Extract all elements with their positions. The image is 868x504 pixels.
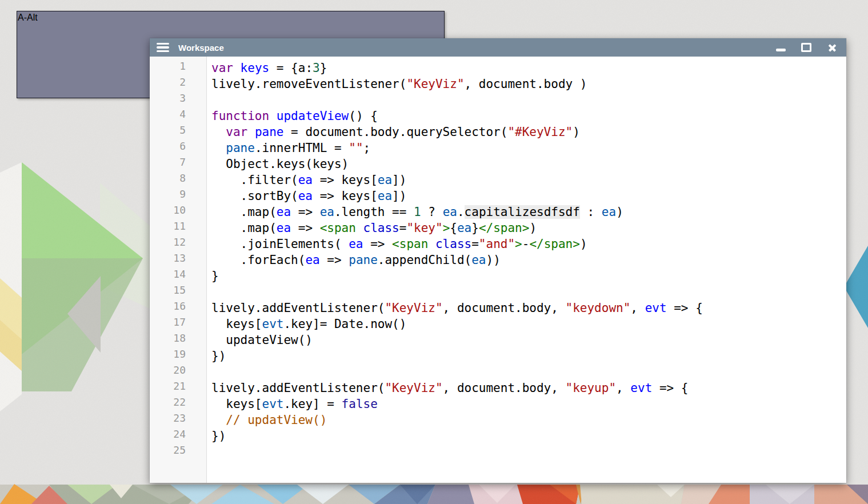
code-line[interactable]: var keys = {a:3}	[211, 60, 846, 76]
alt-window-title: A-Alt	[17, 11, 444, 24]
code-line[interactable]: keys[evt.key] = false	[211, 396, 846, 412]
line-number: 15	[150, 284, 206, 300]
workspace-window: Workspace 123456789101112131415161718192…	[150, 38, 846, 483]
close-icon	[827, 43, 837, 52]
line-number: 6	[150, 140, 206, 156]
line-number: 17	[150, 316, 206, 332]
code-line[interactable]: })	[211, 348, 846, 364]
line-number: 14	[150, 268, 206, 284]
line-number: 11	[150, 220, 206, 236]
line-number: 23	[150, 412, 206, 428]
code-line[interactable]: }	[211, 268, 846, 284]
line-number: 5	[150, 124, 206, 140]
maximize-icon	[801, 43, 811, 52]
code-editor[interactable]: 1234567891011121314151617181920212223242…	[150, 57, 846, 483]
line-number: 8	[150, 172, 206, 188]
minimize-button[interactable]	[775, 43, 786, 52]
line-number: 22	[150, 396, 206, 412]
maximize-button[interactable]	[801, 43, 811, 52]
code-line[interactable]: .sortBy(ea => keys[ea])	[211, 188, 846, 204]
code-line[interactable]: function updateView() {	[211, 108, 846, 124]
line-number: 7	[150, 156, 206, 172]
line-number: 18	[150, 332, 206, 348]
line-number: 12	[150, 236, 206, 252]
code-lines[interactable]: var keys = {a:3}lively.removeEventListen…	[207, 57, 846, 483]
line-number: 21	[150, 380, 206, 396]
line-number: 13	[150, 252, 206, 268]
close-button[interactable]	[827, 43, 837, 52]
line-number: 16	[150, 300, 206, 316]
code-line[interactable]: .map(ea => <span class="key">{ea}</span>…	[211, 220, 846, 236]
code-line[interactable]: lively.addEventListener("KeyViz", docume…	[211, 380, 846, 396]
desktop: A-Alt Workspace 123456789101112131415161…	[0, 0, 868, 504]
code-line[interactable]: var pane = document.body.querySelector("…	[211, 124, 846, 140]
line-number: 9	[150, 188, 206, 204]
line-number: 10	[150, 204, 206, 220]
code-line[interactable]	[211, 92, 846, 108]
gutter: 1234567891011121314151617181920212223242…	[150, 57, 207, 483]
line-number: 20	[150, 364, 206, 380]
code-line[interactable]: lively.removeEventListener("KeyViz", doc…	[211, 76, 846, 92]
code-line[interactable]: })	[211, 428, 846, 444]
line-number: 24	[150, 428, 206, 444]
code-line[interactable]: .joinElements( ea => <span class="and">-…	[211, 236, 846, 252]
code-line[interactable]: updateView()	[211, 332, 846, 348]
code-line[interactable]: .map(ea => ea.length == 1 ? ea.capitaliz…	[211, 204, 846, 220]
menu-icon[interactable]	[157, 43, 169, 52]
window-controls	[775, 43, 846, 52]
code-line[interactable]: pane.innerHTML = "";	[211, 140, 846, 156]
window-title: Workspace	[178, 43, 775, 53]
code-line[interactable]: lively.addEventListener("KeyViz", docume…	[211, 300, 846, 316]
titlebar[interactable]: Workspace	[150, 38, 846, 57]
line-number: 25	[150, 444, 206, 460]
line-number: 2	[150, 76, 206, 92]
line-number: 3	[150, 92, 206, 108]
code-line[interactable]	[211, 364, 846, 380]
line-number: 4	[150, 108, 206, 124]
minimize-icon	[776, 49, 786, 51]
code-line[interactable]	[211, 444, 846, 460]
code-line[interactable]: // updatView()	[211, 412, 846, 428]
code-line[interactable]: .forEach(ea => pane.appendChild(ea))	[211, 252, 846, 268]
line-number: 19	[150, 348, 206, 364]
code-line[interactable]: Object.keys(keys)	[211, 156, 846, 172]
line-number: 1	[150, 60, 206, 76]
code-line[interactable]	[211, 284, 846, 300]
code-line[interactable]: keys[evt.key]= Date.now()	[211, 316, 846, 332]
code-line[interactable]: .filter(ea => keys[ea])	[211, 172, 846, 188]
